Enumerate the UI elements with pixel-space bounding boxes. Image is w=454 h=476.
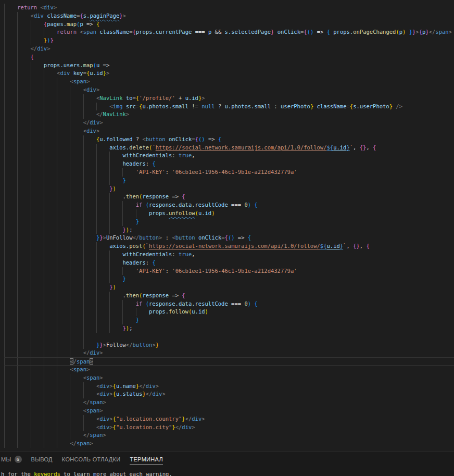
code-line[interactable]: <span> — [4, 407, 454, 415]
code-line[interactable]: </span> — [4, 440, 454, 448]
code-line[interactable]: props.follow(u.id) — [4, 308, 454, 316]
code-line[interactable]: return <span className={props.currentPag… — [4, 28, 454, 36]
code-line[interactable]: <span> — [4, 374, 454, 382]
code-line[interactable]: <div>{"u.location.city"}</div> — [4, 423, 454, 432]
code-token: div — [152, 391, 162, 397]
code-token: , — [353, 144, 360, 151]
code-line[interactable]: props.users.map(u => — [4, 61, 454, 70]
code-line[interactable]: }) — [4, 283, 454, 292]
code-line[interactable]: <div>{u.status}</div> — [4, 390, 454, 398]
code-token: props.currentPage — [136, 29, 192, 35]
indent-guides — [4, 45, 31, 53]
code-token: div — [182, 424, 192, 430]
code-line[interactable]: <NavLink to={'/profile/' + u.id}> — [4, 94, 454, 103]
code-token: UnFollow — [106, 234, 133, 241]
code-line[interactable]: {pages.map(p => { — [4, 20, 454, 29]
indent-guides — [4, 374, 83, 382]
code-line[interactable]: <div> — [4, 127, 454, 135]
code-line[interactable]: return <div> — [4, 4, 454, 12]
code-token: button — [175, 234, 198, 241]
code-line[interactable]: </div> — [4, 349, 454, 357]
code-line[interactable]: } — [4, 177, 454, 185]
code-line[interactable]: <img src={u.photos.small != null ? u.pho… — [4, 103, 454, 111]
indent-guides — [4, 259, 122, 267]
code-line[interactable]: <div>{u.name}</div> — [4, 382, 454, 391]
tab-terminal[interactable]: ТЕРМИНАЛ — [130, 453, 162, 465]
code-line[interactable]: }) — [4, 185, 454, 193]
code-line[interactable]: 'API-KEY': '06cb1ee1-1956-46c1-9b1e-a212… — [4, 168, 454, 177]
indent-guides — [4, 185, 109, 193]
code-line[interactable]: <div> — [4, 86, 454, 94]
code-line[interactable]: <span> — [4, 78, 454, 86]
code-line[interactable]: .then(response => { — [4, 193, 454, 201]
code-line[interactable]: if (response.data.resultCode === 0) { — [4, 201, 454, 209]
code-line[interactable]: { — [4, 53, 454, 61]
code-token: className — [317, 103, 347, 109]
code-line[interactable]: </span> — [4, 398, 454, 407]
code-token: > — [106, 70, 109, 76]
tab-output[interactable]: ВЫВОД — [31, 453, 53, 465]
code-line[interactable]: } — [4, 275, 454, 283]
code-line-current[interactable]: </span> — [4, 357, 454, 366]
code-token: != — [188, 103, 201, 109]
code-line[interactable]: } — [4, 316, 454, 324]
code-editor[interactable]: return <div><div className={s.paginPage}… — [0, 0, 454, 451]
tab-debug-console[interactable]: КОНСОЛЬ ОТЛАДКИ — [62, 453, 121, 465]
code-line[interactable]: </span> — [4, 431, 454, 440]
code-line[interactable]: } — [4, 218, 454, 226]
indent-guides — [4, 160, 122, 168]
indent-guides — [4, 333, 96, 341]
code-line[interactable]: {u.followed ? <button onClick={() => { — [4, 135, 454, 144]
code-line[interactable]: </NavLink> — [4, 110, 454, 119]
code-line[interactable]: <div>{"u.location.country"}</div> — [4, 415, 454, 423]
code-token: if — [136, 202, 146, 208]
code-line[interactable]: <span> — [4, 366, 454, 374]
code-line[interactable]: <div key={u.id}> — [4, 69, 454, 78]
code-token: map — [83, 62, 93, 68]
code-line[interactable]: }); — [4, 324, 454, 333]
code-token: > — [96, 128, 99, 134]
code-token: ) — [113, 185, 116, 192]
code-line[interactable]: }}>UnFollow</button> : <button onClick={… — [4, 234, 454, 242]
indent-guides — [4, 341, 96, 349]
code-token: > — [162, 391, 165, 397]
code-token: , — [366, 144, 373, 151]
code-line[interactable]: if (response.data.resultCode === 0) { — [4, 300, 454, 308]
code-line[interactable]: 'API-KEY': '06cb1ee1-1956-46c1-9b1e-a212… — [4, 267, 454, 275]
code-token: { — [373, 144, 376, 151]
indent-guides — [4, 86, 83, 94]
code-line[interactable]: }}>Follow</button>} — [4, 341, 454, 349]
code-line[interactable]: withCredentials: true, — [4, 152, 454, 160]
indent-guides — [4, 316, 136, 324]
code-token: props. — [149, 210, 169, 216]
code-token: { — [248, 234, 251, 241]
code-token: : — [166, 169, 172, 175]
code-token: u.status — [116, 391, 143, 397]
code-token: => — [235, 234, 248, 241]
indent-guides — [4, 275, 122, 283]
code-line[interactable]: .then(response => { — [4, 292, 454, 300]
code-token: headers — [122, 160, 145, 167]
code-line[interactable]: headers: { — [4, 160, 454, 168]
indent-guides — [4, 28, 57, 36]
code-line[interactable] — [4, 333, 454, 341]
code-line[interactable]: })} — [4, 36, 454, 45]
code-line[interactable]: props.unfollow(u.id) — [4, 209, 454, 218]
indent-guides — [4, 431, 83, 440]
code-line[interactable]: </div> — [4, 45, 454, 53]
code-line[interactable]: }); — [4, 226, 454, 234]
indent-guides — [4, 78, 70, 86]
code-line[interactable]: axios.post(`https://social-network.samur… — [4, 242, 454, 250]
code-line[interactable]: headers: { — [4, 259, 454, 267]
code-token: ? — [132, 136, 142, 142]
indent-guides — [4, 119, 83, 127]
tab-problems[interactable]: МЫ6 — [1, 452, 22, 466]
code-line[interactable]: axios.delete(`https://social-network.sam… — [4, 144, 454, 152]
code-line[interactable]: withCredentials: true, — [4, 250, 454, 259]
indent-guides — [4, 61, 44, 70]
tab-label: МЫ — [1, 456, 11, 462]
code-line[interactable]: </div> — [4, 119, 454, 127]
code-line[interactable]: <div className={s.paginPage}> — [4, 12, 454, 20]
code-token: img — [113, 103, 126, 109]
terminal-output[interactable]: h for the keywords to learn more about e… — [0, 466, 454, 476]
